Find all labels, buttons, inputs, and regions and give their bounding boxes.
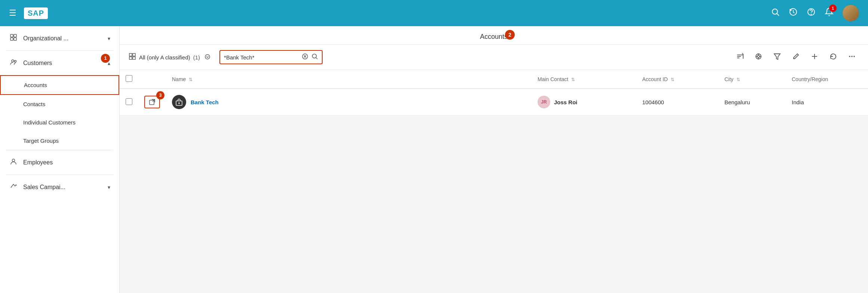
campaigns-chevron-icon: ▾ xyxy=(108,184,110,190)
account-id-value: 1004600 xyxy=(642,99,664,105)
company-name[interactable]: Bank Tech xyxy=(191,99,219,105)
history-icon[interactable] xyxy=(789,7,798,19)
svg-point-11 xyxy=(12,159,15,162)
city-sort-icon: ⇅ xyxy=(736,77,740,82)
notification-badge: 1 xyxy=(829,4,837,12)
employees-icon xyxy=(9,158,18,167)
annotation-1: 1 xyxy=(101,54,110,63)
filter-grid-icon xyxy=(129,53,136,62)
filter-count: (1) xyxy=(193,54,200,61)
sidebar: Organizational ... ▾ Customers 1 ▴ Acc xyxy=(0,26,120,293)
account-id-sort-icon: ⇅ xyxy=(671,77,674,82)
svg-point-12 xyxy=(16,185,17,186)
svg-rect-5 xyxy=(10,34,13,37)
more-button[interactable] xyxy=(845,51,859,64)
svg-marker-33 xyxy=(774,54,780,59)
header-action-col xyxy=(138,70,166,89)
header-name[interactable]: Name ⇅ xyxy=(166,70,532,89)
top-nav-left: ☰ SAP xyxy=(9,7,48,19)
table-header: Name ⇅ Main Contact ⇅ Account ID ⇅ Cit xyxy=(120,70,868,89)
add-button[interactable] xyxy=(807,51,822,64)
search-go-icon[interactable] xyxy=(311,53,318,61)
row-action-cell: 3 xyxy=(138,89,166,115)
filter-button[interactable] xyxy=(770,51,784,64)
svg-rect-8 xyxy=(14,38,16,40)
search-input[interactable] xyxy=(224,54,299,61)
svg-point-38 xyxy=(853,56,855,57)
top-navigation: ☰ SAP xyxy=(0,0,868,26)
org-icon xyxy=(9,34,18,43)
page-title: Accounts xyxy=(480,33,508,40)
annotation-2: 2 xyxy=(505,30,515,40)
main-contact-sort-icon: ⇅ xyxy=(571,77,575,82)
svg-rect-14 xyxy=(133,53,135,56)
name-sort-icon: ⇅ xyxy=(189,77,193,82)
table-row: 3 xyxy=(120,89,868,115)
svg-rect-16 xyxy=(133,57,135,59)
search-clear-icon[interactable] xyxy=(302,53,308,61)
edit-button[interactable] xyxy=(789,51,803,64)
customers-label: Customers xyxy=(23,60,102,67)
sidebar-item-sales-campaigns[interactable]: Sales Campai... ▾ xyxy=(0,175,119,199)
svg-point-17 xyxy=(205,55,210,59)
svg-rect-15 xyxy=(129,57,132,59)
filter-label: All (only A classified) xyxy=(139,54,190,61)
sidebar-item-individual-customers[interactable]: Individual Customers xyxy=(0,113,119,132)
svg-point-21 xyxy=(313,54,317,58)
contact-avatar: JR xyxy=(538,96,550,108)
top-nav-right: 1 xyxy=(771,5,859,21)
sidebar-item-organizational[interactable]: Organizational ... ▾ xyxy=(0,26,119,50)
sap-logo: SAP xyxy=(24,7,48,19)
refresh-button[interactable] xyxy=(826,51,840,64)
annotation-3: 3 xyxy=(156,91,164,99)
svg-point-4 xyxy=(811,14,812,15)
employees-label: Employees xyxy=(23,159,110,166)
search-wrapper xyxy=(215,50,323,64)
group-button[interactable] xyxy=(751,51,766,64)
svg-point-0 xyxy=(772,9,778,14)
user-avatar[interactable] xyxy=(843,5,859,21)
table-container: Name ⇅ Main Contact ⇅ Account ID ⇅ Cit xyxy=(120,70,868,293)
sidebar-item-target-groups[interactable]: Target Groups xyxy=(0,132,119,150)
filter-info[interactable]: All (only A classified) (1) xyxy=(129,53,210,62)
svg-point-36 xyxy=(849,56,850,57)
svg-line-22 xyxy=(316,58,317,59)
search-icon[interactable] xyxy=(771,7,780,19)
svg-point-10 xyxy=(15,61,16,62)
accounts-table: Name ⇅ Main Contact ⇅ Account ID ⇅ Cit xyxy=(120,70,868,115)
accounts-label: Accounts xyxy=(24,82,47,88)
contact-name[interactable]: Joss Roi xyxy=(554,99,578,105)
sort-button[interactable] xyxy=(733,51,747,64)
svg-line-1 xyxy=(777,14,779,16)
filter-dropdown-icon[interactable] xyxy=(204,54,210,61)
customers-icon xyxy=(9,58,18,68)
svg-point-37 xyxy=(851,56,853,57)
page-header: 2 Accounts xyxy=(120,26,868,45)
select-all-checkbox[interactable] xyxy=(126,75,132,82)
row-select-checkbox[interactable] xyxy=(126,98,132,105)
search-box xyxy=(219,50,323,64)
row-checkbox-cell xyxy=(120,89,138,115)
contacts-label: Contacts xyxy=(23,101,45,107)
row-account-id-cell: 1004600 xyxy=(636,89,718,115)
hamburger-menu-icon[interactable]: ☰ xyxy=(9,8,16,18)
header-account-id[interactable]: Account ID ⇅ xyxy=(636,70,718,89)
row-country-cell: India xyxy=(786,89,868,115)
header-main-contact[interactable]: Main Contact ⇅ xyxy=(532,70,636,89)
org-label: Organizational ... xyxy=(23,35,102,42)
sidebar-item-accounts[interactable]: Accounts xyxy=(0,75,119,95)
svg-rect-7 xyxy=(10,38,13,40)
svg-point-28 xyxy=(757,55,760,58)
sidebar-item-employees[interactable]: Employees xyxy=(0,150,119,175)
sidebar-item-contacts[interactable]: Contacts xyxy=(0,95,119,113)
row-name-cell: Bank Tech xyxy=(166,89,532,115)
company-avatar xyxy=(172,95,186,109)
main-content: 2 Accounts All (only A classified) (1) xyxy=(120,26,868,293)
list-toolbar: All (only A classified) (1) xyxy=(120,45,868,70)
row-contact-cell: JR Joss Roi xyxy=(532,89,636,115)
notifications-icon[interactable]: 1 xyxy=(825,7,834,19)
help-icon[interactable] xyxy=(807,7,816,19)
svg-point-9 xyxy=(12,60,14,62)
sidebar-item-customers[interactable]: Customers 1 ▴ xyxy=(0,51,119,75)
header-city[interactable]: City ⇅ xyxy=(718,70,786,89)
